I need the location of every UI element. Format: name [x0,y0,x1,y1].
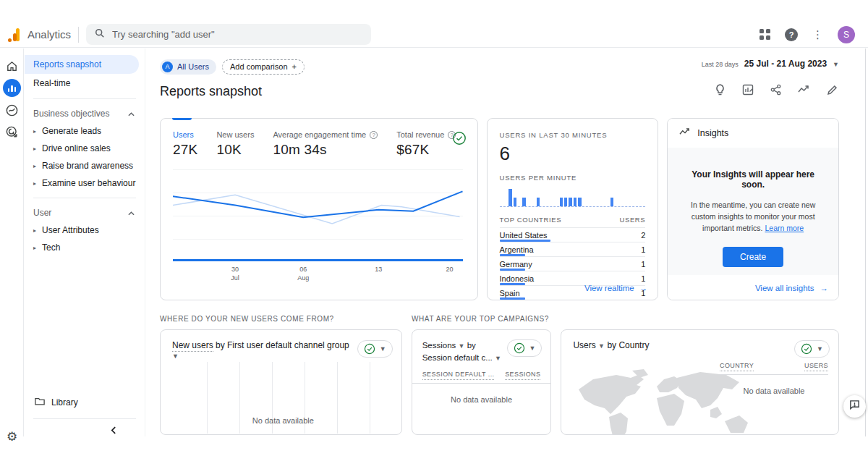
column-header-country[interactable]: COUNTRY [720,362,754,371]
nav-label: User Attributes [42,225,99,235]
feedback-button[interactable] [843,395,866,418]
date-range-picker[interactable]: Last 28 days 25 Jul - 21 Aug 2023 ▼ [702,59,839,69]
nav-label: Raise brand awareness [42,161,133,171]
users-by-country-card: Users ▼ by Country ▼ [561,329,839,435]
minute-bar [514,198,516,206]
explore-icon[interactable] [0,104,24,117]
minute-bar [560,198,563,206]
nav-library[interactable]: Library [25,392,145,413]
key-metrics-card: Users 27K New users 10K Average engageme… [160,118,478,300]
minute-bar [509,189,511,206]
section-title: User [33,208,51,218]
insights-card: Insights Your Insights will appear here … [667,118,839,300]
create-insight-button[interactable]: Create [723,247,783,267]
users-line-chart [173,169,463,261]
campaign-dimension-selector[interactable]: Session default c... ▼ [422,352,501,364]
nav-real-time[interactable]: Real-time [25,74,145,93]
metric-tab-total-revenue[interactable]: Total revenue ? $67K [396,130,456,158]
insights-header: Insights [697,128,728,138]
metric-value: 27K [173,142,197,158]
expand-arrow-icon: ▸ [33,180,36,187]
insights-lightbulb-icon[interactable] [715,84,726,99]
reports-icon[interactable] [0,79,24,97]
search-bar[interactable] [86,24,371,45]
data-quality-dropdown[interactable]: ▼ [357,340,393,358]
country-row: United States2 [500,227,646,242]
customize-report-icon[interactable] [742,84,754,98]
column-header-users[interactable]: USERS [804,362,828,371]
analytics-logo-icon [7,28,21,42]
data-quality-dropdown[interactable]: ▼ [794,340,830,358]
share-icon[interactable] [770,84,781,98]
edit-pencil-icon[interactable] [827,85,838,98]
data-quality-check-icon[interactable] [452,131,467,148]
search-input[interactable] [112,29,344,40]
nav-label: Real-time [33,78,70,88]
caret-down-icon: ▼ [529,345,536,352]
channels-bar-chart-empty: No data available [175,362,391,434]
nav-generate-leads[interactable]: ▸Generate leads [25,122,145,140]
insights-trend-icon[interactable] [798,85,810,98]
minute-bar [610,198,613,206]
advertising-icon[interactable] [0,125,24,139]
country-name: United States [500,231,548,240]
nav-examine-user-behaviour[interactable]: ▸Examine user behaviour [25,174,145,192]
collapse-sidebar-icon[interactable] [110,425,117,436]
new-users-by-channel-card: New users by First user default channel … [160,329,402,435]
x-axis-tick: 20 [446,266,453,274]
google-apps-icon[interactable] [760,29,770,40]
nav-section-business-objectives[interactable]: Business objectives [25,105,145,122]
section-title-new-users: WHERE DO YOUR NEW USERS COME FROM? [160,315,334,323]
nav-divider [33,98,136,99]
column-header-session-default[interactable]: SESSION DEFAULT ... [422,371,495,380]
active-metric-indicator [172,118,192,120]
nav-raise-brand-awareness[interactable]: ▸Raise brand awareness [25,157,145,174]
metric-tab-new-users[interactable]: New users 10K [216,130,254,158]
kebab-menu-icon[interactable]: ⋮ [812,29,823,40]
caret-down-icon: ▼ [172,352,179,360]
help-icon[interactable]: ? [370,131,378,139]
minute-bar [574,198,576,206]
chevron-up-icon [128,208,135,218]
help-icon[interactable]: ? [785,28,798,41]
caret-down-icon: ▼ [833,61,839,68]
country-bar [500,240,550,242]
nav-drive-online-sales[interactable]: ▸Drive online sales [25,140,145,157]
country-metric-selector[interactable]: Users ▼ by Country [573,340,649,350]
nav-section-user[interactable]: User [25,204,145,221]
caret-down-icon: ▼ [817,345,823,352]
country-name: Indonesia [500,274,535,283]
scrollbar-track[interactable] [865,48,866,436]
button-label: Add comparison [230,62,288,71]
no-data-label: No data available [720,387,828,395]
line-chart-svg [173,169,463,259]
account-avatar[interactable]: S [838,26,855,43]
minute-bar [569,198,571,206]
analytics-home-link[interactable]: Analytics [0,28,71,42]
page-title: Reports snapshot [160,84,262,99]
nav-tech[interactable]: ▸Tech [25,239,145,256]
search-icon [95,28,105,41]
nav-label: Library [51,397,78,408]
home-icon[interactable] [0,60,24,72]
nav-user-attributes[interactable]: ▸User Attributes [25,221,145,239]
country-bar [500,297,525,300]
data-quality-dropdown[interactable]: ▼ [507,339,542,357]
view-all-insights-link[interactable]: View all insights→ [668,275,838,300]
line-chart-x-axis: 30Jul06Aug1320 [173,266,463,284]
topbar-divider [78,27,79,43]
column-header-sessions[interactable]: SESSIONS [505,371,540,380]
admin-gear-icon[interactable]: ⚙ [0,431,24,443]
country-bar [500,283,525,285]
add-comparison-button[interactable]: Add comparison + [222,59,305,75]
campaign-metric-selector[interactable]: Sessions ▼ by [422,339,501,352]
learn-more-link[interactable]: Learn more [765,224,804,232]
nav-reports-snapshot[interactable]: Reports snapshot [25,55,139,74]
metric-tab-avg-engagement-time[interactable]: Average engagement time ? 10m 34s [273,130,378,158]
channel-dimension-selector[interactable]: New users by First user default channel … [172,340,357,360]
metric-tab-users[interactable]: Users 27K [173,130,197,158]
view-realtime-link[interactable]: View realtime→ [584,284,647,292]
arrow-right-icon: → [639,284,648,292]
nav-label: Reports snapshot [33,59,101,69]
audience-chip-all-users[interactable]: A All Users [160,59,216,75]
